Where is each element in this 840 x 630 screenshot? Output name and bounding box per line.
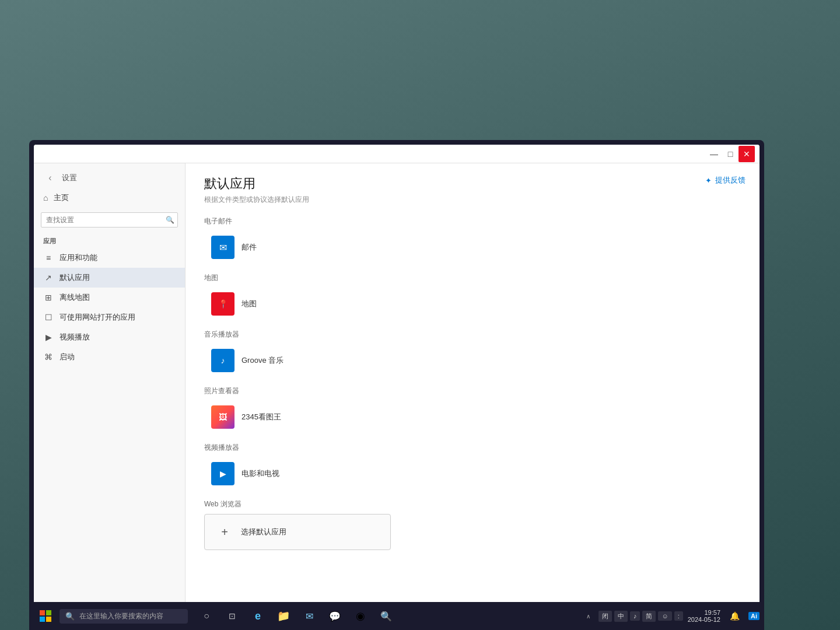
plus-icon: + [214, 522, 235, 542]
clock-date: 2024-05-12 [688, 616, 720, 623]
section-music-label: 音乐播放器 [204, 330, 741, 340]
ai-badge[interactable]: Ai [748, 612, 760, 620]
apps-features-icon: ≡ [43, 253, 54, 262]
section-browser-label: Web 浏览器 [204, 499, 741, 509]
maps-app-item[interactable]: 📍 地图 [204, 288, 391, 320]
sidebar: ‹ 设置 ⌂ 主页 🔍 应用 ≡ 应用和功能 ↗ [34, 163, 186, 614]
notification-button[interactable]: 🔔 [725, 607, 744, 625]
taskbar-explorer[interactable]: 📁 [272, 604, 295, 628]
close-button[interactable]: ✕ [738, 146, 755, 162]
taskbar-clock[interactable]: 19:57 2024-05-12 [688, 609, 720, 623]
section-video-label: 视频播放器 [204, 443, 741, 453]
sidebar-item-startup-label: 启动 [60, 352, 75, 362]
sidebar-home-item[interactable]: ⌂ 主页 [34, 188, 185, 208]
ime-tone-indicator[interactable]: ♪ [630, 611, 640, 621]
maps-app-icon: 📍 [211, 292, 235, 316]
search-box[interactable]: 🔍 [41, 212, 178, 228]
video-app-icon: ▶ [211, 462, 235, 485]
section-maps-label: 地图 [204, 273, 741, 283]
startup-icon: ⌘ [43, 352, 54, 362]
offline-maps-icon: ⊞ [43, 293, 54, 302]
choose-browser-label: 选择默认应用 [241, 527, 286, 537]
maximize-button[interactable]: □ [722, 146, 738, 162]
ime-settings-indicator[interactable]: : [674, 611, 683, 621]
sidebar-item-apps-features[interactable]: ≡ 应用和功能 [34, 248, 185, 268]
music-app-name: Groove 音乐 [242, 355, 284, 366]
taskbar-cortana[interactable]: ○ [195, 604, 218, 628]
taskbar: 🔍 在这里输入你要搜索的内容 ○ ⊡ e 📁 ✉ 💬 ◉ 🔍 ∧ [29, 602, 764, 630]
sidebar-item-websites[interactable]: ☐ 可使用网站打开的应用 [34, 307, 185, 327]
ime-closed-indicator[interactable]: 闭 [598, 611, 612, 622]
minimize-button[interactable]: — [706, 146, 722, 162]
svg-rect-2 [40, 617, 45, 622]
taskbar-search-placeholder: 在这里输入你要搜索的内容 [79, 611, 163, 621]
sidebar-item-apps-features-label: 应用和功能 [60, 253, 97, 263]
sidebar-item-video[interactable]: ▶ 视频播放 [34, 327, 185, 347]
mail-app-icon: ✉ [211, 236, 235, 259]
taskbar-search-app[interactable]: 🔍 [374, 604, 398, 628]
sidebar-item-offline-maps-label: 离线地图 [60, 292, 90, 303]
svg-rect-3 [46, 617, 51, 622]
taskbar-search-box[interactable]: 🔍 在这里输入你要搜索的内容 [60, 609, 188, 624]
photos-app-item[interactable]: 🖼 2345看图王 [204, 401, 391, 433]
start-button[interactable] [34, 604, 57, 628]
ime-bar: 闭 中 ♪ 简 ☺ : [598, 611, 683, 622]
sidebar-item-default-apps[interactable]: ↗ 默认应用 [34, 268, 185, 288]
taskbar-right: ∧ 闭 中 ♪ 简 ☺ : 19:57 2024-05-12 🔔 Ai [583, 607, 760, 625]
sidebar-header: ‹ 设置 [34, 168, 185, 188]
windows-logo-icon [40, 610, 51, 622]
taskbar-search-icon: 🔍 [65, 612, 75, 621]
feedback-label: 提供反馈 [715, 175, 746, 186]
page-title: 默认应用 [204, 175, 741, 192]
back-button[interactable]: ‹ [43, 173, 57, 183]
video-app-item[interactable]: ▶ 电影和电视 [204, 457, 391, 490]
sidebar-item-video-label: 视频播放 [60, 332, 90, 342]
sidebar-item-offline-maps[interactable]: ⊞ 离线地图 [34, 288, 185, 307]
websites-icon: ☐ [43, 313, 54, 322]
feedback-icon: ✦ [705, 176, 712, 185]
title-bar: — □ ✕ [34, 145, 760, 163]
default-apps-icon: ↗ [43, 273, 54, 282]
home-icon: ⌂ [43, 193, 48, 202]
taskbar-mail[interactable]: ✉ [298, 604, 321, 628]
taskbar-edge[interactable]: e [246, 604, 270, 628]
music-app-item[interactable]: ♪ Groove 音乐 [204, 344, 391, 377]
notification-icon: 🔔 [730, 611, 740, 621]
sidebar-section-label: 应用 [34, 232, 185, 248]
sidebar-item-startup[interactable]: ⌘ 启动 [34, 347, 185, 367]
tray-up-arrow[interactable]: ∧ [586, 613, 590, 620]
photos-app-name: 2345看图王 [242, 412, 281, 422]
taskbar-apps: ○ ⊡ e 📁 ✉ 💬 ◉ 🔍 [195, 604, 398, 628]
screen: — □ ✕ ‹ 设置 ⌂ 主页 [34, 145, 760, 614]
maps-app-name: 地图 [242, 299, 257, 309]
ime-simplified-indicator[interactable]: 简 [642, 611, 656, 622]
ime-chinese-indicator[interactable]: 中 [614, 611, 628, 622]
svg-rect-1 [46, 610, 51, 615]
sidebar-item-websites-label: 可使用网站打开的应用 [60, 312, 135, 323]
system-tray: ∧ [583, 613, 594, 620]
ime-emoji-indicator[interactable]: ☺ [658, 611, 671, 621]
browser-section: Web 浏览器 + 选择默认应用 [204, 499, 741, 550]
email-app-item[interactable]: ✉ 邮件 [204, 231, 391, 264]
photos-app-icon: 🖼 [211, 405, 235, 429]
taskbar-chrome[interactable]: ◉ [349, 604, 372, 628]
monitor: — □ ✕ ‹ 设置 ⌂ 主页 [29, 140, 764, 618]
section-photos-label: 照片查看器 [204, 386, 741, 396]
sidebar-title: 设置 [62, 173, 77, 183]
choose-browser-button[interactable]: + 选择默认应用 [204, 514, 391, 550]
mail-app-name: 邮件 [242, 242, 257, 253]
search-icon: 🔍 [166, 216, 174, 224]
home-label: 主页 [54, 192, 69, 203]
clock-time: 19:57 [704, 609, 720, 616]
music-app-icon: ♪ [211, 349, 235, 372]
feedback-link[interactable]: ✦ 提供反馈 [705, 175, 746, 186]
svg-rect-0 [40, 610, 45, 615]
page-subtitle: 根据文件类型或协议选择默认应用 [204, 195, 741, 205]
taskbar-task-view[interactable]: ⊡ [220, 604, 244, 628]
section-email-label: 电子邮件 [204, 216, 741, 226]
window-content: ‹ 设置 ⌂ 主页 🔍 应用 ≡ 应用和功能 ↗ [34, 163, 760, 614]
search-input[interactable] [41, 212, 178, 228]
video-icon: ▶ [43, 332, 54, 342]
taskbar-wechat[interactable]: 💬 [323, 604, 346, 628]
main-content: ✦ 提供反馈 默认应用 根据文件类型或协议选择默认应用 电子邮件 ✉ 邮件 地图 [186, 163, 760, 614]
